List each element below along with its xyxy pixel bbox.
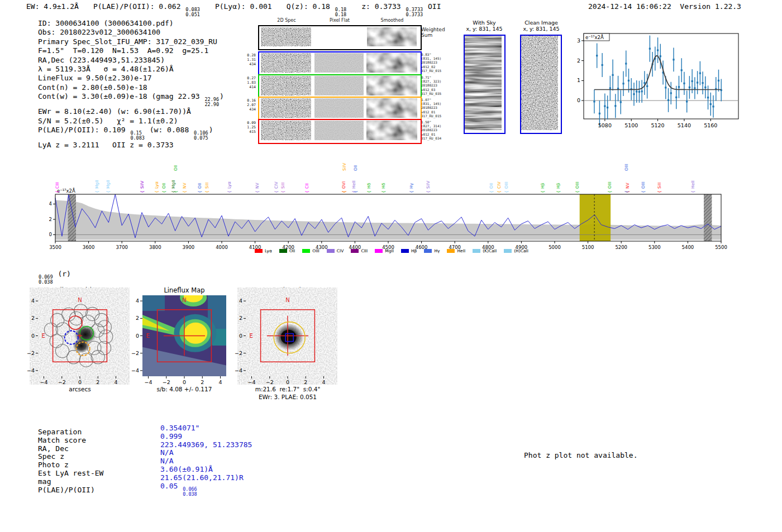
legend-swatch	[327, 249, 335, 253]
row-label: Photo z	[38, 461, 160, 469]
clean-image-noise	[521, 36, 558, 130]
data-point	[622, 83, 624, 84]
row1-smoothed-image	[366, 76, 417, 98]
axes-box	[584, 33, 738, 119]
y-tick-label: 1	[577, 77, 580, 83]
data-point	[660, 55, 661, 57]
elixer-report-page: EW: 4.9±1.2ÅP(LAE)/P(OII): 0.062 0.0830.…	[0, 0, 782, 532]
weight-value: 434	[239, 108, 256, 112]
line-label-SiIV: SiIV	[140, 180, 145, 189]
row0-smoothed-image-noise	[366, 53, 417, 73]
compass-north-label: N	[182, 297, 186, 303]
line-label-Hβ: Hβ	[556, 183, 561, 189]
line-label-bracket: {	[227, 190, 232, 193]
row0-2dspec-image-noise	[261, 53, 311, 73]
line-label-MgII: MgII	[171, 180, 176, 189]
sky-line-stripe	[465, 45, 502, 49]
legend-item-MgII: MgII	[375, 248, 394, 253]
data-point	[710, 103, 712, 105]
row3-pixelflat-image	[314, 121, 364, 142]
data-point	[638, 91, 640, 93]
fiber-info-value: 317_RU_034	[421, 136, 441, 140]
fiber-xlabel: arcsecs	[38, 386, 122, 392]
text-segment: Primary Spec_Slot_IFU_AMP: 317_022_039_R…	[38, 37, 217, 46]
text-segment: (w: 0.088	[145, 126, 193, 134]
legend-swatch	[351, 249, 359, 253]
row1-2dspec-image	[261, 76, 311, 98]
y-tick-label: 0	[577, 97, 580, 103]
row-value: N/A	[160, 457, 173, 466]
header-item-4: z: 0.3733 0.37330.3733 OII	[361, 2, 441, 17]
line-label-bracket: {	[607, 190, 612, 193]
y-tick-label: 3	[577, 37, 580, 44]
legend-swatch	[473, 249, 480, 253]
fiber-info-value: 317_RU_035	[421, 92, 441, 95]
data-point	[612, 74, 613, 76]
x-tick-label: −2	[163, 379, 170, 385]
line-label-OII: OII	[173, 165, 178, 171]
line-label-Hδ: Hδ	[366, 183, 371, 189]
value-text: N/A	[160, 448, 173, 457]
text-segment: P(LAE)/P(OII): 0.109	[38, 126, 130, 134]
sky-line-stripe	[465, 96, 502, 99]
weighted-2dspec-image	[261, 27, 311, 46]
line-zoom-plot: 508051005120514051600123e⁻¹⁷x2Å	[577, 22, 751, 132]
line-label-bracket: {	[204, 190, 209, 193]
row-value: 0.05 0.0660.038	[160, 482, 198, 497]
y-tick-label: 4	[136, 298, 139, 304]
row1-pixelflat-image	[314, 76, 364, 95]
line-label-bracket: {	[304, 190, 309, 193]
subscript-value: 22.90	[204, 102, 219, 107]
y-tick-label: 2	[577, 57, 580, 64]
lineflux-map-plot: −4−4−2−2002244NE	[128, 287, 234, 389]
legend-item-CIII: CIII	[351, 248, 368, 253]
text-segment: LineFlux = 9.50(±2.30)e-17	[38, 74, 152, 82]
header-item-1: P(LAE)/P(OII): 0.062 0.0830.051	[93, 2, 201, 17]
galaxy-core	[281, 330, 297, 344]
x-tick-label: 2	[96, 379, 99, 385]
line-label-bracket: {	[353, 190, 358, 193]
line-label-bracket: {	[342, 190, 347, 193]
line-label-HeII: HeII	[351, 180, 356, 189]
legend-label: OIII	[312, 248, 320, 253]
legend-item-HeII: HeII	[447, 248, 465, 253]
data-point	[625, 63, 627, 64]
data-point	[694, 87, 695, 89]
table-row-0: Separation0.354071"	[38, 428, 252, 437]
data-point	[697, 82, 698, 83]
text-segment: P(Lyα): 0.001	[215, 2, 272, 11]
line-label-bracket: {	[540, 190, 545, 193]
sup-sub-stack: 0.0830.051	[185, 7, 200, 17]
text-segment: Cont(w) = 3.30(±0.09)e-18 (gmag 22.93	[38, 92, 204, 100]
row3-fiber-labels: 1.50"(827, 314)20180223v012_01317_RU_034	[421, 120, 441, 140]
info-line-1: Obs: 20180223v012_3000634100	[38, 28, 224, 37]
text-segment: λ = 5119.33Å σ = 4.48(±1.26)Å	[38, 65, 174, 73]
row-label: RA, Dec	[38, 445, 160, 453]
line-label-bracket: {	[106, 190, 111, 193]
line-label-OIII: OIII	[641, 181, 646, 189]
row1-weight-labels: 0.271.83414	[239, 76, 256, 89]
x-tick-label: 4	[322, 379, 325, 385]
compass-east-label: E	[250, 333, 253, 339]
line-label-bracket: {	[94, 190, 99, 193]
line-label-CIII: CIII	[55, 182, 60, 189]
info-line-7: Cont(n) = 2.80(±0.50)e-18	[38, 83, 224, 92]
hsc-dex-match-line: 0.0690.038 (r)	[38, 270, 71, 285]
compass-east-label: E	[146, 333, 150, 339]
text-segment: OII	[423, 2, 441, 11]
header-item-3: Q(z): 0.18 0.180.18	[287, 2, 347, 17]
info-line-5: λ = 5119.33Å σ = 4.48(±1.26)Å	[38, 65, 224, 74]
row0-smoothed-image	[366, 53, 417, 73]
data-point	[646, 85, 648, 87]
x-tick-label: 4	[114, 379, 117, 385]
legend-swatch	[375, 249, 383, 253]
data-point	[702, 82, 703, 84]
legend-item-OII: OII	[279, 248, 295, 253]
line-label-MgII: MgII	[106, 180, 111, 189]
with-sky-title: With Sky	[459, 20, 510, 26]
data-point	[657, 49, 659, 51]
fiber-info-value: 317_RU_015	[421, 69, 441, 73]
row0-2dspec-image	[261, 53, 311, 73]
header-item-0: EW: 4.9±1.2Å	[26, 2, 79, 17]
text-segment: )	[220, 92, 224, 100]
